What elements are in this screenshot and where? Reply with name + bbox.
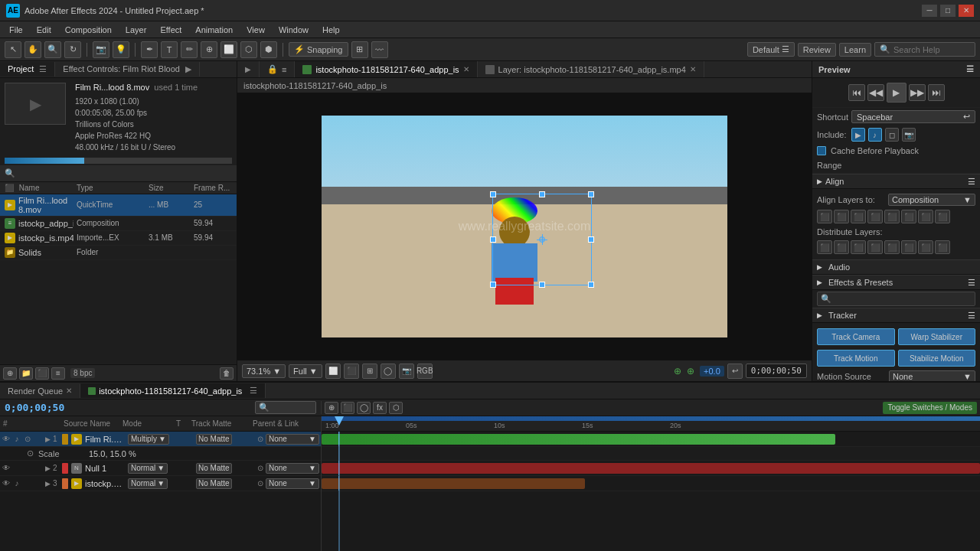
tool-hand[interactable]: ✋	[24, 41, 41, 58]
transform-handle-tl[interactable]	[490, 191, 496, 197]
track-camera-button[interactable]: Track Camera	[817, 328, 895, 345]
layer-3-expand[interactable]: ▶	[45, 480, 51, 487]
layer-2-solo[interactable]	[23, 464, 32, 473]
layer-2-mode-select[interactable]: Normal ▼	[128, 463, 168, 474]
layer-2-eye[interactable]: 👁	[2, 464, 11, 473]
layer-row-1[interactable]: 👁 ♪ ⊙ ▶ 1 ▶ Film Ri...ood 8.mov Multiply	[0, 432, 321, 447]
warp-stabilizer-button[interactable]: Warp Stabilizer	[898, 328, 976, 345]
skip-to-start-button[interactable]: ⏮	[848, 84, 865, 101]
snapping-toggle[interactable]: ⚡ Snapping	[289, 42, 348, 57]
timeline-timecode[interactable]: 0;00;00;50	[5, 402, 64, 413]
comp-timeline-tab[interactable]: istockphoto-1181581217-640_adpp_is ☰	[80, 383, 266, 398]
transform-box[interactable]	[492, 194, 592, 285]
project-tab[interactable]: Project ☰	[0, 62, 55, 77]
toggle-switches-button[interactable]: Toggle Switches / Modes	[883, 402, 977, 414]
transform-handle-bm[interactable]	[539, 282, 545, 288]
tool-puppet[interactable]: ⬢	[260, 41, 277, 58]
effect-controls-tab[interactable]: Effect Controls: Film Riot Blood ▶	[55, 62, 200, 77]
transform-handle-ml[interactable]	[490, 236, 496, 243]
comp-tab-layer[interactable]: Layer: istockphoto-1181581217-640_adpp_i…	[478, 61, 704, 77]
track-bar-1[interactable]	[322, 434, 835, 445]
roi-button[interactable]: ⬜	[325, 364, 341, 379]
tool-select[interactable]: ↖	[5, 41, 21, 58]
track-bar-2[interactable]	[322, 463, 980, 474]
dist-v-button[interactable]: ⬛	[867, 240, 883, 254]
minimize-button[interactable]: ─	[922, 5, 937, 17]
layer-2-parent-select[interactable]: None ▼	[266, 463, 319, 474]
frame-back-button[interactable]: ◀◀	[867, 84, 884, 101]
effects-menu-icon[interactable]: ☰	[968, 278, 975, 288]
menu-view[interactable]: View	[240, 24, 271, 36]
menu-file[interactable]: File	[3, 24, 29, 36]
file-row-1[interactable]: ▶ Film Ri...lood 8.mov QuickTime ... MB …	[0, 194, 237, 217]
layer-1-parent-select[interactable]: None ▼	[266, 434, 319, 445]
layer-3-track-select[interactable]: No Matte	[196, 478, 232, 489]
layer-3-parent-link-icon[interactable]: ⊙	[257, 479, 263, 487]
delete-item-button[interactable]: 🗑	[220, 367, 234, 380]
layer-1-audio[interactable]: ♪	[12, 435, 21, 444]
track-bar-3[interactable]	[322, 478, 585, 489]
transform-handle-tm[interactable]	[539, 191, 545, 197]
tool-rotate[interactable]: ↻	[64, 41, 81, 58]
layer-3-eye[interactable]: 👁	[2, 479, 11, 488]
comp-tab-main[interactable]: istockphoto-1181581217-640_adpp_is ✕	[295, 61, 477, 77]
tool-light[interactable]: 💡	[113, 41, 129, 58]
align-top-button[interactable]: ⬛	[867, 210, 883, 223]
project-search-input[interactable]	[18, 168, 232, 178]
new-item-button[interactable]: ⊕	[3, 367, 17, 380]
play-button[interactable]: ▶	[887, 83, 906, 103]
timeline-menu-icon[interactable]: ☰	[250, 386, 257, 396]
layer-3-mode-select[interactable]: Normal ▼	[128, 478, 168, 489]
zoom-selector[interactable]: 73.1% ▼	[242, 364, 286, 378]
tool-pen[interactable]: ✒	[141, 41, 158, 58]
comp-tab-main-close[interactable]: ✕	[463, 65, 469, 73]
include-audio-button[interactable]: ♪	[868, 128, 882, 142]
cache-checkbox[interactable]	[817, 146, 826, 155]
dist-hc-button[interactable]: ⬛	[834, 240, 849, 254]
align-extra2-button[interactable]: ⬛	[935, 210, 950, 223]
transparency-button[interactable]: ⬛	[344, 364, 359, 379]
comp-tab-rendqueue[interactable]: ▶	[237, 61, 260, 77]
motion-source-dropdown[interactable]: None ▼	[889, 370, 975, 381]
tl-mask-btn[interactable]: ◯	[357, 402, 371, 414]
effects-header[interactable]: ▶ Effects & Presets ☰	[812, 275, 980, 290]
dist-hr-button[interactable]: ⬛	[851, 240, 866, 254]
grid-button[interactable]: ⊞	[362, 364, 377, 379]
menu-animation[interactable]: Animation	[189, 24, 239, 36]
tool-clone[interactable]: ⊕	[201, 41, 217, 58]
mask-button[interactable]: ◯	[381, 364, 396, 379]
include-snapshot-button[interactable]: 📷	[902, 128, 916, 142]
tool-align[interactable]: ⊞	[351, 41, 368, 58]
align-center-h-button[interactable]: ⬛	[834, 210, 849, 223]
dist-vc-button[interactable]: ⬛	[884, 240, 900, 254]
comp-tab-icons[interactable]: 🔒 ≡	[260, 61, 295, 77]
transform-handle-mr[interactable]	[588, 236, 594, 243]
tool-brush[interactable]: ✏	[181, 41, 198, 58]
snapshot-button[interactable]: 📷	[399, 364, 414, 379]
menu-composition[interactable]: Composition	[59, 24, 118, 36]
include-overlay-button[interactable]: ◻	[885, 128, 899, 142]
align-layers-dropdown[interactable]: Composition ▼	[888, 194, 975, 206]
file-row-3[interactable]: ▶ istockp_is.mp4 Importe...EX 3.1 MB 59.…	[0, 231, 237, 246]
tool-roto[interactable]: ⬡	[240, 41, 257, 58]
workspace-default[interactable]: Default ☰	[747, 42, 795, 57]
dist-extra2-button[interactable]: ⬛	[935, 240, 950, 254]
align-bottom-button[interactable]: ⬛	[901, 210, 916, 223]
tl-motion-btn[interactable]: ⬡	[389, 402, 403, 414]
layer-1-expand[interactable]: ▶	[45, 435, 51, 443]
close-button[interactable]: ✕	[959, 5, 974, 17]
tl-fx-btn[interactable]: fx	[373, 402, 387, 414]
transform-handle-br[interactable]	[588, 282, 594, 288]
align-header[interactable]: ▶ Align ☰	[812, 174, 980, 189]
maximize-button[interactable]: □	[940, 5, 956, 17]
stabilize-motion-button[interactable]: Stabilize Motion	[898, 350, 976, 367]
footage-button[interactable]: ⬛	[35, 367, 49, 380]
search-input[interactable]	[893, 45, 970, 54]
show-channel[interactable]: RGB	[417, 364, 433, 379]
comp-tab-layer-close[interactable]: ✕	[690, 65, 696, 73]
track-motion-button[interactable]: Track Motion	[817, 350, 895, 367]
layer-1-parent-link-icon[interactable]: ⊙	[257, 435, 263, 443]
layer-3-solo[interactable]	[23, 479, 32, 488]
tool-motion-sketch[interactable]: 〰	[371, 41, 388, 58]
tool-text[interactable]: T	[161, 41, 178, 58]
